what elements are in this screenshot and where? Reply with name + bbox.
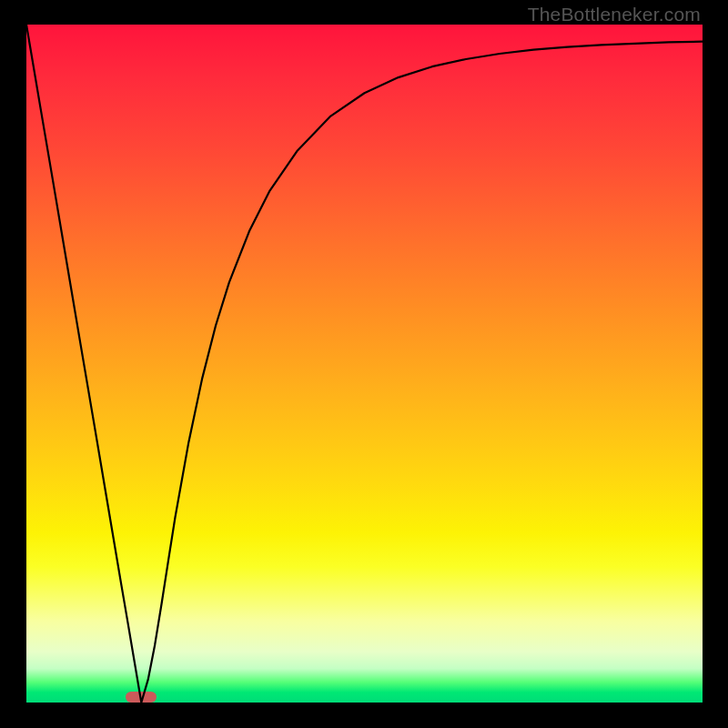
- data-curve: [26, 25, 703, 703]
- watermark-text: TheBottleneker.com: [528, 4, 701, 25]
- chart-frame: TheBottleneker.com: [0, 0, 728, 728]
- curve-overlay: [0, 0, 728, 728]
